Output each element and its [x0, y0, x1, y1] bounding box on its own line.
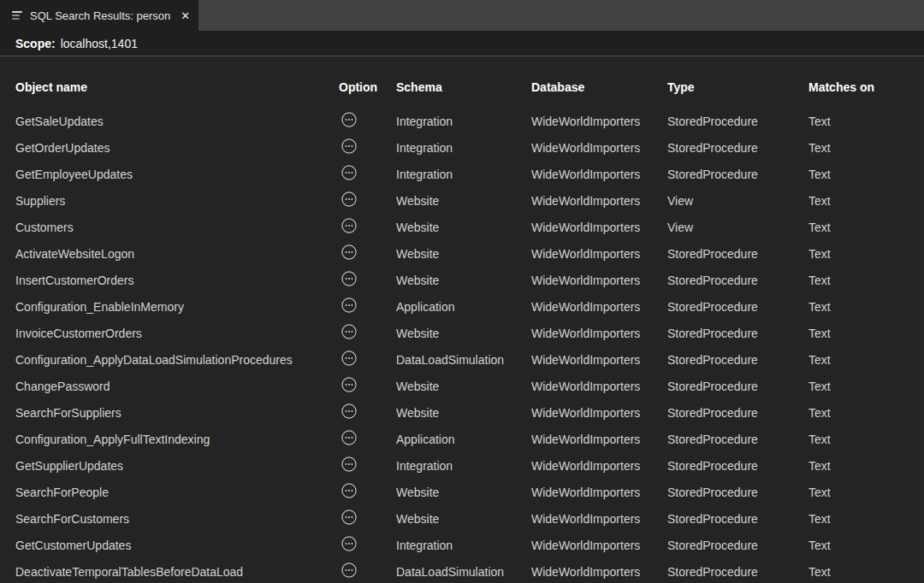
cell-type: View — [667, 221, 808, 234]
row-options-button[interactable] — [341, 403, 357, 420]
table-body: GetSaleUpdates Integration WideWorldImpo… — [15, 108, 924, 582]
table-row[interactable]: Configuration_EnableInMemory Application… — [15, 293, 924, 320]
tab-sql-search-results[interactable]: SQL Search Results: person ✕ — [0, 0, 198, 31]
cell-option — [339, 536, 396, 555]
cell-type: StoredProcedure — [667, 353, 808, 367]
cell-type: StoredProcedure — [667, 247, 808, 261]
row-options-button[interactable] — [341, 191, 357, 208]
column-header-option[interactable]: Option — [339, 80, 396, 94]
cell-matches-on: Text — [808, 565, 924, 579]
table-row[interactable]: InsertCustomerOrders Website WideWorldIm… — [15, 267, 924, 293]
cell-matches-on: Text — [808, 486, 924, 499]
cell-schema: Application — [396, 433, 531, 446]
table-row[interactable]: GetCustomerUpdates Integration WideWorld… — [15, 532, 924, 558]
row-options-button[interactable] — [341, 456, 357, 473]
ellipsis-circle-icon — [341, 191, 357, 207]
cell-type: StoredProcedure — [667, 115, 808, 128]
cell-object-name: Configuration_ApplyDataLoadSimulationPro… — [15, 353, 339, 367]
table-row[interactable]: Configuration_ApplyFullTextIndexing Appl… — [15, 426, 924, 452]
cell-database: WideWorldImporters — [531, 221, 667, 234]
cell-option — [339, 297, 396, 316]
cell-schema: Application — [396, 300, 531, 314]
column-header-schema[interactable]: Schema — [396, 80, 531, 94]
table-row[interactable]: GetEmployeeUpdates Integration WideWorld… — [15, 161, 924, 187]
column-header-object-name[interactable]: Object name — [15, 80, 339, 94]
cell-matches-on: Text — [808, 380, 924, 393]
column-header-database[interactable]: Database — [531, 80, 667, 94]
row-options-button[interactable] — [341, 218, 357, 234]
grid-header-row: Object name Option Schema Database Type … — [15, 75, 924, 99]
cell-type: StoredProcedure — [667, 168, 808, 181]
cell-schema: Integration — [396, 115, 531, 128]
table-row[interactable]: ActivateWebsiteLogon Website WideWorldIm… — [15, 240, 924, 267]
cell-type: StoredProcedure — [667, 274, 808, 287]
cell-option — [339, 377, 396, 396]
table-row[interactable]: Customers Website WideWorldImporters Vie… — [15, 214, 924, 240]
tab-close-icon[interactable]: ✕ — [178, 9, 192, 23]
row-options-button[interactable] — [341, 297, 357, 314]
table-row[interactable]: GetOrderUpdates Integration WideWorldImp… — [15, 134, 924, 161]
table-row[interactable]: SearchForCustomers Website WideWorldImpo… — [15, 505, 924, 532]
cell-schema: DataLoadSimulation — [396, 565, 531, 579]
table-row[interactable]: SearchForSuppliers Website WideWorldImpo… — [15, 399, 924, 426]
table-row[interactable]: ChangePassword Website WideWorldImporter… — [15, 373, 924, 399]
scope-label: Scope: — [15, 37, 56, 50]
cell-type: StoredProcedure — [667, 406, 808, 420]
cell-database: WideWorldImporters — [531, 247, 667, 261]
row-options-button[interactable] — [341, 483, 357, 499]
row-options-button[interactable] — [341, 324, 357, 340]
cell-database: WideWorldImporters — [531, 406, 667, 420]
cell-matches-on: Text — [808, 512, 924, 526]
row-options-button[interactable] — [341, 112, 357, 128]
cell-object-name: GetOrderUpdates — [15, 141, 339, 155]
cell-matches-on: Text — [808, 459, 924, 473]
cell-object-name: DeactivateTemporalTablesBeforeDataLoad — [15, 565, 339, 579]
cell-option — [339, 138, 396, 157]
cell-object-name: InvoiceCustomerOrders — [15, 327, 339, 340]
cell-type: StoredProcedure — [667, 380, 808, 393]
cell-option — [339, 324, 396, 343]
cell-database: WideWorldImporters — [531, 459, 667, 473]
table-row[interactable]: GetSaleUpdates Integration WideWorldImpo… — [15, 108, 924, 134]
row-options-button[interactable] — [341, 430, 357, 446]
ellipsis-circle-icon — [341, 430, 357, 445]
search-results-list-icon — [12, 11, 22, 20]
column-header-type[interactable]: Type — [667, 80, 808, 94]
cell-database: WideWorldImporters — [531, 115, 667, 128]
cell-option — [339, 350, 396, 369]
cell-database: WideWorldImporters — [531, 380, 667, 393]
column-header-matches-on[interactable]: Matches on — [808, 80, 924, 94]
table-row[interactable]: Configuration_ApplyDataLoadSimulationPro… — [15, 346, 924, 373]
row-options-button[interactable] — [341, 350, 357, 367]
cell-schema: Integration — [396, 168, 531, 181]
table-row[interactable]: GetSupplierUpdates Integration WideWorld… — [15, 452, 924, 479]
row-options-button[interactable] — [341, 377, 357, 393]
cell-database: WideWorldImporters — [531, 327, 667, 340]
table-row[interactable]: DeactivateTemporalTablesBeforeDataLoad D… — [15, 558, 924, 582]
table-row[interactable]: SearchForPeople Website WideWorldImporte… — [15, 479, 924, 505]
row-options-button[interactable] — [341, 165, 357, 181]
cell-schema: Website — [396, 512, 531, 526]
row-options-button[interactable] — [341, 509, 357, 526]
cell-database: WideWorldImporters — [531, 141, 667, 155]
ellipsis-circle-icon — [341, 165, 357, 180]
ellipsis-circle-icon — [341, 456, 357, 472]
table-row[interactable]: InvoiceCustomerOrders Website WideWorldI… — [15, 320, 924, 346]
cell-matches-on: Text — [808, 141, 924, 155]
table-row[interactable]: Suppliers Website WideWorldImporters Vie… — [15, 187, 924, 214]
cell-type: StoredProcedure — [667, 300, 808, 314]
ellipsis-circle-icon — [341, 403, 357, 419]
cell-object-name: GetCustomerUpdates — [15, 539, 339, 552]
cell-type: StoredProcedure — [667, 141, 808, 155]
row-options-button[interactable] — [341, 244, 357, 261]
row-options-button[interactable] — [341, 562, 357, 579]
row-options-button[interactable] — [341, 536, 357, 552]
cell-option — [339, 403, 396, 422]
cell-matches-on: Text — [808, 115, 924, 128]
cell-option — [339, 483, 396, 502]
cell-option — [339, 271, 396, 290]
row-options-button[interactable] — [341, 271, 357, 287]
cell-object-name: GetSupplierUpdates — [15, 459, 339, 473]
row-options-button[interactable] — [341, 138, 357, 155]
cell-object-name: InsertCustomerOrders — [15, 274, 339, 287]
